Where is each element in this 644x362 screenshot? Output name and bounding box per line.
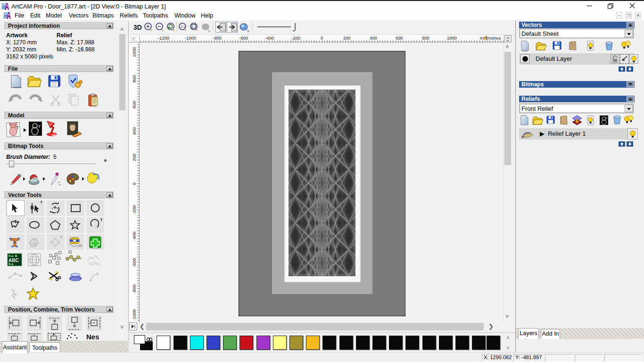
svg-text:T: T — [38, 124, 41, 129]
svg-text:T: T — [16, 125, 19, 130]
svg-text:3D: 3D — [133, 24, 142, 31]
svg-text:1:1: 1:1 — [181, 25, 185, 28]
svg-text:T: T — [606, 117, 608, 120]
svg-text:ABC: ABC — [8, 258, 19, 263]
svg-text:+: + — [521, 133, 525, 140]
svg-text:Nes: Nes — [86, 333, 99, 341]
